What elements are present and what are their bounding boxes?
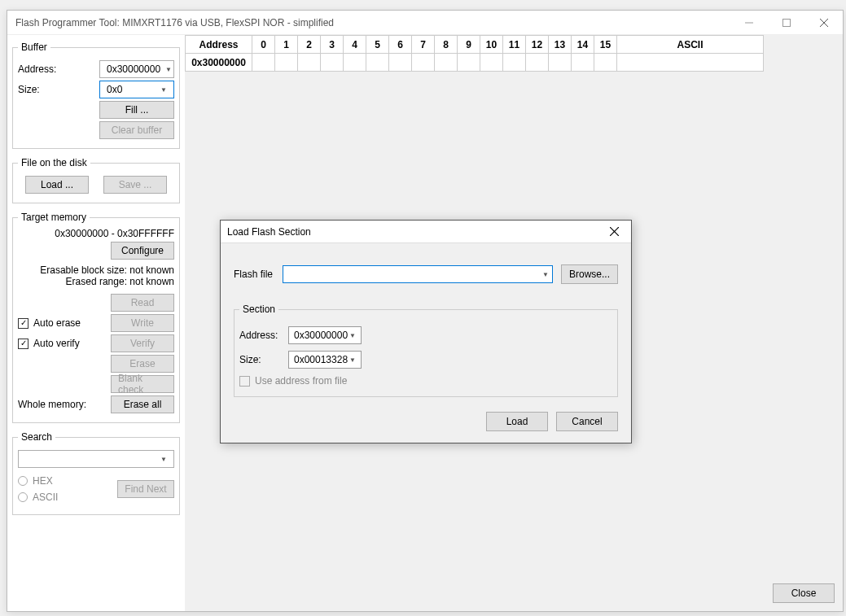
- section-legend: Section: [239, 304, 278, 315]
- target-memory-group: Target memory 0x30000000 - 0x30FFFFFF Co…: [12, 212, 180, 423]
- hex-header-ascii: ASCII: [617, 36, 764, 54]
- titlebar: Flash Programmer Tool: MIMXRT1176 via US…: [7, 11, 843, 35]
- erase-button[interactable]: Erase: [111, 355, 174, 373]
- configure-button[interactable]: Configure: [111, 242, 174, 260]
- table-row: 0x30000000: [186, 54, 764, 72]
- radio-icon: [18, 476, 28, 486]
- section-size-label: Size:: [239, 354, 288, 365]
- svg-rect-1: [783, 19, 791, 26]
- clear-buffer-button[interactable]: Clear buffer: [99, 121, 174, 139]
- auto-erase-checkbox[interactable]: ✓ Auto erase: [18, 317, 81, 329]
- erase-all-button[interactable]: Erase all: [111, 395, 174, 413]
- fill-button[interactable]: Fill ...: [99, 101, 174, 119]
- erasable-block-line: Erasable block size: not known: [18, 264, 174, 276]
- close-window-button[interactable]: [805, 11, 843, 35]
- chevron-down-icon: ▼: [160, 86, 167, 94]
- window-title: Flash Programmer Tool: MIMXRT1176 via US…: [15, 17, 730, 28]
- chevron-down-icon: ▼: [349, 356, 356, 364]
- flash-file-label: Flash file: [234, 269, 283, 280]
- buffer-legend: Buffer: [18, 42, 50, 53]
- buffer-address-combo[interactable]: 0x30000000 ▼: [99, 60, 174, 78]
- chevron-down-icon: ▼: [165, 66, 172, 73]
- file-legend: File on the disk: [18, 157, 90, 168]
- read-button[interactable]: Read: [111, 294, 174, 312]
- search-legend: Search: [18, 431, 55, 443]
- file-group: File on the disk Load ... Save ...: [12, 157, 180, 203]
- auto-verify-checkbox[interactable]: ✓ Auto verify: [18, 338, 80, 349]
- close-bar: Close: [773, 583, 835, 603]
- maximize-button[interactable]: [768, 11, 805, 35]
- hex-header-address: Address: [186, 36, 252, 54]
- buffer-group: Buffer Address: 0x30000000 ▼ Size: 0x0 ▼: [12, 42, 180, 149]
- write-button[interactable]: Write: [111, 314, 174, 332]
- blank-check-button[interactable]: Blank check: [111, 375, 174, 393]
- section-address-label: Address:: [239, 330, 288, 341]
- buffer-size-combo[interactable]: 0x0 ▼: [99, 81, 174, 98]
- load-flash-section-dialog: Load Flash Section Flash file ▼ Browse..…: [220, 220, 632, 443]
- use-address-checkbox[interactable]: Use address from file: [239, 375, 612, 387]
- erased-range-line: Erased range: not known: [18, 276, 174, 287]
- dialog-title: Load Flash Section: [227, 226, 603, 238]
- ascii-radio[interactable]: ASCII: [18, 491, 117, 503]
- hex-table: Address 0 1 2 3 4 5 6 7 8 9 10 11 12 13 …: [185, 35, 764, 72]
- load-button[interactable]: Load ...: [25, 176, 89, 194]
- browse-button[interactable]: Browse...: [561, 264, 618, 284]
- verify-button[interactable]: Verify: [111, 334, 174, 352]
- section-group: Section Address: 0x30000000 ▼ Size: 0x00…: [234, 304, 618, 397]
- checkbox-icon: [239, 376, 250, 387]
- minimize-button[interactable]: [730, 11, 768, 35]
- buffer-address-label: Address:: [18, 63, 75, 75]
- dialog-titlebar: Load Flash Section: [221, 221, 631, 243]
- section-size-combo[interactable]: 0x00013328 ▼: [288, 351, 362, 369]
- chevron-down-icon: ▼: [349, 332, 356, 339]
- dialog-load-button[interactable]: Load: [486, 412, 548, 431]
- dialog-cancel-button[interactable]: Cancel: [556, 412, 618, 431]
- chevron-down-icon: ▼: [542, 271, 549, 278]
- radio-icon: [18, 492, 28, 502]
- hex-row-address: 0x30000000: [186, 54, 252, 72]
- check-icon: ✓: [18, 339, 28, 349]
- target-legend: Target memory: [18, 212, 90, 223]
- search-combo[interactable]: ▼: [18, 450, 174, 468]
- buffer-size-label: Size:: [18, 84, 75, 95]
- sidebar: Buffer Address: 0x30000000 ▼ Size: 0x0 ▼: [7, 35, 185, 611]
- search-group: Search ▼ HEX ASCII: [12, 431, 180, 515]
- dialog-close-button[interactable]: [603, 221, 625, 242]
- chevron-down-icon: ▼: [160, 456, 167, 463]
- save-button[interactable]: Save ...: [103, 176, 167, 194]
- flash-file-combo[interactable]: ▼: [283, 265, 553, 283]
- whole-memory-label: Whole memory:: [18, 399, 86, 410]
- hex-radio[interactable]: HEX: [18, 475, 117, 487]
- check-icon: ✓: [18, 318, 28, 329]
- target-range: 0x30000000 - 0x30FFFFFF: [18, 228, 174, 239]
- section-address-combo[interactable]: 0x30000000 ▼: [288, 326, 362, 344]
- close-button[interactable]: Close: [773, 583, 835, 603]
- find-next-button[interactable]: Find Next: [117, 480, 174, 498]
